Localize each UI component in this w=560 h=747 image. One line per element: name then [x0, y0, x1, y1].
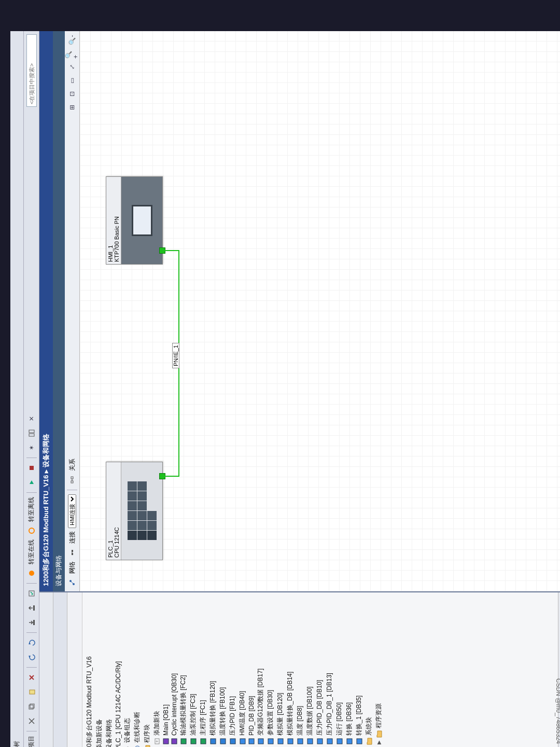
download-icon[interactable]	[26, 617, 37, 628]
network-icon[interactable]	[66, 577, 78, 588]
tree-item[interactable]: 温度数据 [DB100]	[305, 592, 315, 747]
device-view-icon[interactable]: ▭	[66, 75, 78, 86]
plc-name: PLC_1	[107, 464, 114, 558]
tree-item[interactable]: +添加新块	[152, 592, 162, 747]
split-icon[interactable]	[26, 427, 37, 439]
tree-item-label: 输油模拟量转换 [FC2]	[179, 675, 188, 736]
svg-rect-25	[163, 739, 169, 744]
tree-item[interactable]: 设备和网络	[104, 592, 114, 747]
tree-item[interactable]: 变频器G120数据 [DB17]	[256, 592, 265, 747]
network-label[interactable]: PN/IE_1	[172, 343, 179, 368]
svg-rect-27	[181, 739, 186, 744]
paste-icon[interactable]	[26, 686, 37, 698]
undo-icon[interactable]	[26, 652, 37, 663]
save-button[interactable]: 保存项目	[27, 736, 36, 747]
go-offline-button[interactable]: 转至离线	[27, 497, 36, 522]
tree-item[interactable]: ▼系统块	[364, 592, 374, 747]
delete-icon[interactable]	[26, 672, 37, 683]
topology-view-icon[interactable]: ⊞	[66, 102, 78, 113]
tree-scroll[interactable]: ▼1200和多台G120 Modbud RTU_V16+添加新设备设备和网络▼P…	[82, 592, 558, 747]
tree-item[interactable]: 模拟量 [DB120]	[275, 592, 285, 747]
connection-type-select[interactable]: HMI连接	[68, 494, 76, 528]
cross-ref-icon[interactable]: ✶	[26, 442, 37, 453]
tree-item[interactable]: 模拟量转换_DB [DB14]	[285, 592, 295, 747]
tree-item[interactable]: 参数设置 [DB30]	[265, 592, 275, 747]
project-search-input[interactable]	[26, 34, 37, 107]
relations-button[interactable]: 关系	[68, 459, 77, 471]
compile-icon[interactable]	[26, 588, 37, 599]
tree-item-label: Cyclic interrupt [OB30]	[171, 673, 178, 736]
tree-item[interactable]: 温度转换 [FB100]	[218, 592, 228, 747]
program-blocks-folder-icon	[144, 745, 151, 747]
start-cpu-icon[interactable]	[26, 477, 37, 488]
tree-item-label: 压力PID [FB1]	[228, 696, 237, 736]
network-button[interactable]: 网络	[68, 561, 77, 574]
tree-item[interactable]: 压力PID_DB_1 [DB13]	[325, 592, 334, 747]
svg-rect-4	[29, 705, 33, 709]
block-icon	[171, 738, 178, 745]
tree-item[interactable]: ▼1200和多台G120 Modbud RTU_V16	[85, 592, 94, 747]
svg-rect-26	[172, 739, 177, 744]
block-icon	[209, 738, 217, 745]
network-canvas[interactable]: PLC_1 CPU 1214C	[80, 31, 560, 591]
stop-cpu-icon[interactable]	[26, 462, 37, 474]
net-line[interactable]	[163, 476, 178, 477]
go-offline-icon[interactable]	[26, 525, 37, 536]
zoom-out-icon[interactable]: 🔍-	[66, 34, 78, 46]
tree-item[interactable]: 设备组态	[122, 592, 132, 747]
tree-item-label: Main [OB1]	[162, 704, 170, 736]
upload-icon[interactable]	[26, 602, 37, 614]
svg-rect-13	[29, 434, 34, 436]
tree-item[interactable]: Cyclic interrupt [OB30]	[170, 592, 178, 747]
svg-text:+: +	[155, 740, 160, 742]
tree-item[interactable]: ▼程序块	[142, 592, 152, 747]
block-icon	[346, 738, 353, 745]
cut-icon[interactable]	[26, 715, 37, 727]
tree-item-label: 主程序 [FC1]	[199, 700, 207, 736]
block-icon	[200, 738, 207, 745]
tree-item[interactable]: 转换_1 [DB35]	[354, 592, 364, 747]
tree-item[interactable]: 压力PID_DB [DB10]	[315, 592, 325, 747]
hmi-name: HMI_1	[107, 179, 114, 262]
go-online-icon[interactable]	[26, 568, 37, 579]
device-plc[interactable]: PLC_1 CPU 1214C	[106, 462, 163, 560]
block-icon	[239, 738, 246, 745]
svg-line-48	[71, 582, 73, 584]
svg-rect-34	[249, 739, 254, 744]
tree-item-label: 程序块	[143, 724, 151, 743]
zoom-in-icon[interactable]: 🔍+	[66, 48, 78, 59]
tree-item[interactable]: HMI温度 [DB40]	[237, 592, 247, 747]
connection-button[interactable]: 连接	[68, 531, 77, 544]
svg-rect-40	[307, 739, 313, 744]
go-online-button[interactable]: 转至在线	[27, 540, 36, 564]
tree-item[interactable]: 在线和诊断	[132, 592, 142, 747]
close-x-icon[interactable]: ✕	[26, 413, 37, 424]
project-tree-panel: 项目树 设备 ▼1200和多台G120 Modbud RTU_V16+添加新设备…	[39, 591, 560, 747]
device-hmi[interactable]: HMI_1 KTP700 Basic PN	[106, 176, 163, 265]
tree-item[interactable]: 输油模拟量转换 [FC2]	[178, 592, 188, 747]
block-icon	[336, 738, 343, 745]
tree-item[interactable]: 主程序 [FC1]	[198, 592, 208, 747]
copy-icon[interactable]	[26, 701, 37, 712]
connection-icon[interactable]	[66, 547, 78, 558]
tree-item[interactable]: 运行 [DB50]	[334, 592, 344, 747]
tree-item[interactable]: 压力PID [FB1]	[228, 592, 237, 747]
zoom-fit-icon[interactable]: ⤢	[66, 61, 78, 73]
relations-icon[interactable]	[66, 474, 78, 486]
redo-icon[interactable]	[26, 637, 37, 648]
svg-rect-39	[298, 739, 303, 744]
svg-rect-5	[30, 704, 34, 708]
network-view-icon[interactable]: ⊡	[66, 88, 78, 100]
tree-item[interactable]: PID_DB [DB9]	[247, 592, 256, 747]
tree-item[interactable]: ▼PLC_1 [CPU 1214C AC/DC/Rly]	[114, 592, 122, 747]
svg-rect-28	[191, 739, 196, 744]
tree-item[interactable]: 油泵控制 [FC3]	[188, 592, 198, 747]
svg-rect-29	[201, 739, 206, 744]
tree-item[interactable]: ▶程序资源	[374, 592, 384, 747]
tree-item[interactable]: 温度 [DB8]	[295, 592, 305, 747]
net-line[interactable]	[163, 250, 179, 251]
tree-item[interactable]: Main [OB1]	[162, 592, 170, 747]
tree-item[interactable]: 模拟量转换 [FB120]	[208, 592, 218, 747]
tree-item[interactable]: +添加新设备	[94, 592, 104, 747]
tree-item[interactable]: 转换 [DB36]	[344, 592, 354, 747]
